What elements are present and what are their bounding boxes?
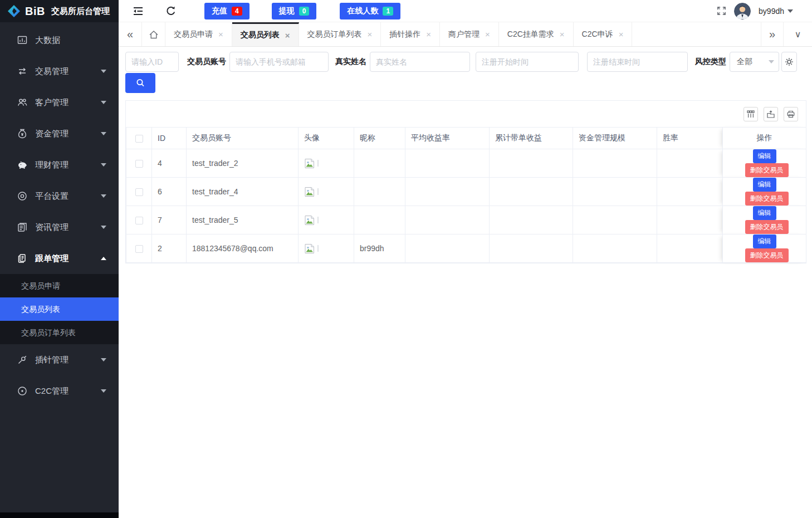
cell-nickname: br99dh [354, 234, 405, 263]
tabs-scroll-left-button[interactable]: « [119, 22, 142, 46]
sidebar-subitem-trader-list[interactable]: 交易员列表 [0, 297, 119, 321]
risk-type-select[interactable]: 全部 [730, 52, 779, 72]
sidebar-item-label: 插针管理 [35, 355, 101, 365]
exchange-arrows-icon [17, 66, 28, 77]
recharge-button[interactable]: 充值 4 [204, 3, 250, 19]
tab-trader-orders[interactable]: 交易员订单列表 × [299, 22, 381, 46]
sidebar-item-bigdata[interactable]: 大数据 [0, 25, 119, 56]
delete-trader-button[interactable]: 删除交易员 [745, 248, 789, 262]
sidebar-item-fund-mgmt[interactable]: 资金管理 [0, 118, 119, 149]
cell-fund-scale [573, 178, 657, 206]
cell-win-rate [657, 206, 723, 234]
row-select-cell [126, 178, 152, 206]
sidebar-item-label: 大数据 [35, 35, 106, 46]
tab-bar: « 交易员申请 × 交易员列表 × 交易员订单列表 × 插针操作 [119, 22, 812, 47]
cell-actions: 编辑 删除交易员 [723, 149, 806, 178]
sidebar-subitem-trader-orders[interactable]: 交易员订单列表 [0, 321, 119, 344]
delete-trader-button[interactable]: 删除交易员 [745, 192, 789, 206]
row-checkbox[interactable] [135, 160, 143, 168]
cell-win-rate [657, 234, 723, 263]
cell-avatar [299, 234, 354, 263]
sidebar-item-platform-settings[interactable]: 平台设置 [0, 180, 119, 212]
cell-win-rate [657, 178, 723, 206]
withdraw-badge: 0 [299, 7, 310, 16]
user-menu[interactable]: by99dh [759, 7, 793, 16]
sidebar-item-pin-mgmt[interactable]: 插针管理 [0, 344, 119, 375]
search-button[interactable] [125, 73, 155, 93]
realname-input[interactable] [370, 52, 470, 72]
id-input[interactable] [125, 52, 179, 72]
close-icon[interactable]: × [619, 30, 624, 38]
withdraw-button[interactable]: 提现 0 [272, 3, 317, 19]
export-button[interactable] [764, 107, 778, 121]
header-actions: 操作 [723, 128, 806, 149]
broken-image-icon [304, 215, 315, 226]
select-all-checkbox[interactable] [135, 135, 143, 143]
tabbar-right-controls: » ∨ [761, 22, 812, 46]
online-users-badge: 1 [383, 7, 393, 16]
tab-trader-list[interactable]: 交易员列表 × [232, 22, 299, 46]
close-icon[interactable]: × [218, 30, 223, 38]
sidebar-item-label: 跟单管理 [35, 253, 101, 264]
print-button[interactable] [784, 107, 798, 121]
tab-c2c-orders[interactable]: C2C挂单需求 × [499, 22, 574, 46]
cell-total-profit [490, 206, 573, 234]
close-icon[interactable]: × [285, 31, 290, 40]
sidebar-collapse-button[interactable] [132, 6, 144, 17]
chevron-down-icon [101, 194, 106, 198]
cell-id: 2 [152, 234, 187, 263]
main-area: 充值 4 提现 0 在线人数 1 [119, 0, 812, 518]
header-total-profit: 累计带单收益 [490, 128, 573, 149]
tab-merchant-mgmt[interactable]: 商户管理 × [440, 22, 499, 46]
row-checkbox[interactable] [135, 188, 143, 196]
register-start-date-input[interactable] [476, 52, 579, 72]
sidebar-subitem-trader-apply[interactable]: 交易员申请 [0, 274, 119, 297]
header-account: 交易员账号 [187, 128, 299, 149]
chevron-down-icon [101, 70, 106, 73]
sidebar-item-label: 交易管理 [35, 66, 101, 77]
register-end-date-input[interactable] [587, 52, 688, 72]
row-checkbox[interactable] [135, 217, 143, 224]
account-input[interactable] [229, 52, 329, 72]
tab-c2c-appeal[interactable]: C2C申诉 × [574, 22, 633, 46]
cell-avatar [299, 206, 354, 234]
online-users-button[interactable]: 在线人数 1 [340, 3, 400, 19]
cell-actions: 编辑 删除交易员 [723, 234, 806, 263]
sidebar-item-customer-mgmt[interactable]: 客户管理 [0, 87, 119, 118]
edit-button[interactable]: 编辑 [753, 178, 776, 192]
tab-trader-apply[interactable]: 交易员申请 × [165, 22, 232, 46]
alt-text-sliver [317, 188, 319, 195]
trader-table: ID 交易员账号 头像 昵称 平均收益率 累计带单收益 资金管理规模 胜率 操作 [126, 127, 806, 263]
avatar[interactable] [734, 3, 751, 19]
sidebar-item-news-mgmt[interactable]: 资讯管理 [0, 212, 119, 243]
sidebar-item-copy-trading-mgmt[interactable]: 跟单管理 [0, 243, 119, 274]
tab-pin-ops[interactable]: 插针操作 × [381, 22, 440, 46]
refresh-button[interactable] [165, 6, 177, 17]
chevron-down-icon [101, 132, 106, 135]
cell-nickname [354, 149, 405, 178]
row-checkbox[interactable] [135, 245, 143, 253]
tabs-menu-button[interactable]: ∨ [783, 22, 812, 46]
close-icon[interactable]: × [560, 30, 565, 38]
sidebar-item-wealth-mgmt[interactable]: 理财管理 [0, 149, 119, 180]
tab-home[interactable] [142, 22, 165, 46]
filter-settings-button[interactable] [781, 52, 797, 72]
edit-button[interactable]: 编辑 [753, 206, 776, 220]
topbar-right: by99dh [717, 3, 812, 19]
tabs-scroll-right-button[interactable]: » [761, 22, 783, 46]
fullscreen-button[interactable] [717, 6, 726, 16]
tab-label: 插针操作 [389, 30, 420, 40]
close-icon[interactable]: × [485, 30, 490, 38]
column-settings-button[interactable] [743, 107, 758, 121]
cell-avg-return [405, 234, 490, 263]
delete-trader-button[interactable]: 删除交易员 [745, 220, 789, 234]
sidebar-item-c2c-mgmt[interactable]: C2C管理 [0, 375, 119, 407]
edit-button[interactable]: 编辑 [753, 149, 776, 163]
edit-button[interactable]: 编辑 [753, 234, 776, 248]
close-icon[interactable]: × [426, 30, 431, 38]
pin-needle-icon [17, 354, 28, 365]
close-icon[interactable]: × [368, 30, 373, 38]
table-row: 7 test_trader_5 [126, 206, 806, 234]
sidebar-item-trade-mgmt[interactable]: 交易管理 [0, 56, 119, 87]
delete-trader-button[interactable]: 删除交易员 [745, 163, 789, 177]
